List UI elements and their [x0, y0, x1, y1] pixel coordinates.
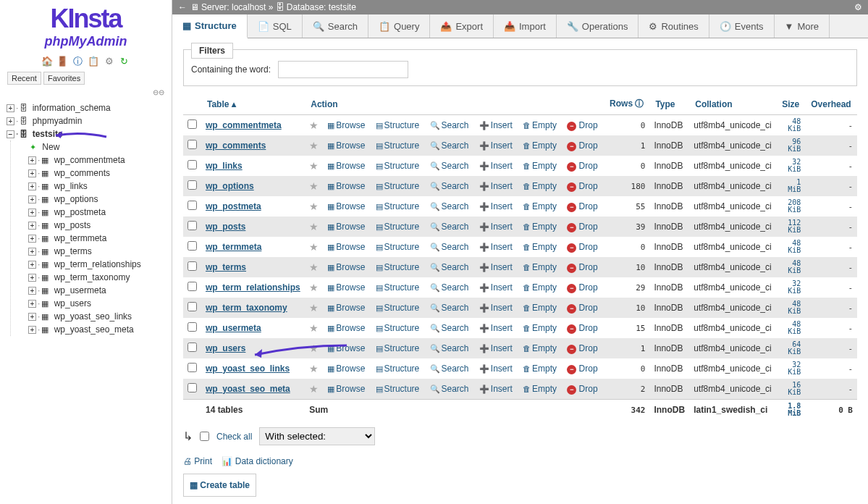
row-checkbox[interactable] [187, 261, 197, 271]
empty-link[interactable]: 🗑Empty [523, 222, 557, 232]
table-name-link[interactable]: wp_termmeta [206, 242, 261, 252]
search-link[interactable]: 🔍Search [430, 140, 469, 151]
browse-link[interactable]: ▦Browse [327, 161, 365, 171]
structure-link[interactable]: ▤Structure [376, 384, 420, 394]
tree-table[interactable]: +·▦ wp_terms [25, 245, 168, 258]
browse-link[interactable]: ▦Browse [327, 181, 365, 191]
insert-link[interactable]: ➕Insert [479, 140, 513, 151]
browse-link[interactable]: ▦Browse [327, 222, 365, 232]
filter-input[interactable] [278, 61, 408, 78]
tab-query[interactable]: 📋Query [368, 14, 430, 38]
header-size[interactable]: Size [782, 99, 799, 109]
structure-link[interactable]: ▤Structure [376, 262, 420, 272]
drop-link[interactable]: − Drop [567, 120, 597, 130]
row-checkbox[interactable] [187, 322, 197, 332]
insert-link[interactable]: ➕Insert [479, 384, 513, 394]
row-checkbox[interactable] [187, 119, 197, 129]
insert-link[interactable]: ➕Insert [479, 343, 513, 353]
row-checkbox[interactable] [187, 343, 197, 352]
insert-link[interactable]: ➕Insert [479, 364, 513, 374]
favorite-star-icon[interactable]: ★ [309, 383, 319, 395]
browse-link[interactable]: ▦Browse [327, 282, 365, 293]
tree-db-current[interactable]: −·🗄 testsite [4, 127, 168, 140]
reload-icon[interactable]: ↻ [119, 56, 130, 67]
empty-link[interactable]: 🗑Empty [523, 343, 557, 353]
table-name-link[interactable]: wp_links [206, 161, 243, 171]
structure-link[interactable]: ▤Structure [376, 181, 420, 191]
breadcrumb-db[interactable]: Database: testsite [287, 2, 356, 12]
tree-table[interactable]: +·▦ wp_postmeta [25, 206, 168, 219]
tree-table[interactable]: +·▦ wp_termmeta [25, 232, 168, 245]
row-checkbox[interactable] [187, 180, 197, 190]
tab-search[interactable]: 🔍Search [303, 14, 368, 38]
browse-link[interactable]: ▦Browse [327, 303, 365, 313]
drop-link[interactable]: − Drop [567, 323, 597, 333]
tree-db[interactable]: +·🗄 information_schema [4, 101, 168, 114]
favorite-star-icon[interactable]: ★ [309, 180, 319, 192]
row-checkbox[interactable] [187, 241, 197, 251]
table-name-link[interactable]: wp_comments [206, 140, 266, 151]
checkall-label[interactable]: Check all [216, 432, 252, 442]
favorite-star-icon[interactable]: ★ [309, 261, 319, 273]
favorite-star-icon[interactable]: ★ [309, 201, 319, 212]
table-name-link[interactable]: wp_terms [206, 262, 246, 272]
structure-link[interactable]: ▤Structure [376, 242, 420, 252]
bulk-select[interactable]: With selected: [259, 427, 375, 445]
table-name-link[interactable]: wp_posts [206, 222, 245, 232]
row-checkbox[interactable] [187, 221, 197, 230]
tree-new[interactable]: ✦ New [25, 140, 168, 154]
row-checkbox[interactable] [187, 383, 197, 392]
tab-sql[interactable]: 📄SQL [248, 14, 303, 38]
tab-more[interactable]: ▼More [775, 14, 830, 38]
table-name-link[interactable]: wp_term_taxonomy [206, 303, 287, 313]
tab-routines[interactable]: ⚙Routines [639, 14, 709, 38]
drop-link[interactable]: − Drop [567, 282, 597, 293]
favorite-star-icon[interactable]: ★ [309, 160, 319, 172]
drop-link[interactable]: − Drop [567, 140, 597, 151]
favorite-star-icon[interactable]: ★ [309, 343, 319, 354]
empty-link[interactable]: 🗑Empty [523, 262, 557, 272]
table-name-link[interactable]: wp_commentmeta [206, 120, 282, 130]
browse-link[interactable]: ▦Browse [327, 262, 365, 272]
checkall-checkbox[interactable] [200, 432, 209, 441]
tree-table[interactable]: +·▦ wp_commentmeta [25, 154, 168, 167]
browse-link[interactable]: ▦Browse [327, 343, 365, 353]
insert-link[interactable]: ➕Insert [479, 161, 513, 171]
drop-link[interactable]: − Drop [567, 181, 597, 191]
print-link[interactable]: 🖨 Print [183, 456, 212, 466]
table-name-link[interactable]: wp_usermeta [206, 323, 261, 333]
header-rows[interactable]: Rows ⓘ [610, 98, 644, 109]
search-link[interactable]: 🔍Search [430, 242, 469, 252]
drop-link[interactable]: − Drop [567, 201, 597, 211]
row-checkbox[interactable] [187, 363, 197, 372]
table-name-link[interactable]: wp_yoast_seo_meta [206, 384, 290, 394]
empty-link[interactable]: 🗑Empty [523, 384, 557, 394]
tree-table[interactable]: +·▦ wp_posts [25, 219, 168, 232]
drop-link[interactable]: − Drop [567, 343, 597, 353]
empty-link[interactable]: 🗑Empty [523, 201, 557, 211]
structure-link[interactable]: ▤Structure [376, 323, 420, 333]
row-checkbox[interactable] [187, 201, 197, 210]
tree-table[interactable]: +·▦ wp_options [25, 193, 168, 206]
search-link[interactable]: 🔍Search [430, 303, 469, 313]
empty-link[interactable]: 🗑Empty [523, 140, 557, 151]
favorite-star-icon[interactable]: ★ [309, 221, 319, 232]
tree-table[interactable]: +·▦ wp_yoast_seo_links [25, 310, 168, 323]
structure-link[interactable]: ▤Structure [376, 343, 420, 353]
browse-link[interactable]: ▦Browse [327, 140, 365, 151]
breadcrumb-server[interactable]: Server: localhost [201, 2, 266, 12]
table-name-link[interactable]: wp_users [206, 343, 245, 353]
browse-link[interactable]: ▦Browse [327, 242, 365, 252]
recent-button[interactable]: Recent [7, 72, 41, 85]
tree-table[interactable]: +·▦ wp_usermeta [25, 284, 168, 297]
tab-export[interactable]: 📤Export [430, 14, 494, 38]
drop-link[interactable]: − Drop [567, 262, 597, 272]
tree-table[interactable]: +·▦ wp_links [25, 180, 168, 193]
table-name-link[interactable]: wp_term_relationships [206, 282, 300, 293]
tree-db[interactable]: +·🗄 phpmyadmin [4, 114, 168, 127]
drop-link[interactable]: − Drop [567, 384, 597, 394]
empty-link[interactable]: 🗑Empty [523, 161, 557, 171]
table-name-link[interactable]: wp_postmeta [206, 201, 261, 211]
search-link[interactable]: 🔍Search [430, 181, 469, 191]
insert-link[interactable]: ➕Insert [479, 242, 513, 252]
